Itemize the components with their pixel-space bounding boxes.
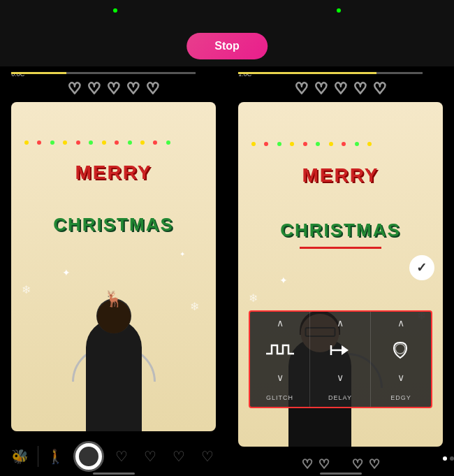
delay-icon	[328, 340, 352, 361]
left-snowflake-2: ❄	[190, 300, 199, 313]
left-heart-ctrl-1: ♡	[110, 445, 133, 468]
left-sparkle: ✦	[62, 267, 71, 278]
left-bee-icon[interactable]: 🐝	[9, 445, 31, 468]
right-bottom-heart-1: ♡	[302, 456, 313, 472]
right-edgy-label: EDGY	[390, 394, 411, 401]
left-sparkle-2: ✦	[180, 250, 185, 258]
right-dots-indicator	[443, 456, 454, 461]
left-progress-fill	[11, 72, 66, 74]
green-dot-right	[337, 8, 341, 13]
right-bottom-heart-3: ♡	[352, 456, 363, 472]
left-capture-inner	[78, 445, 100, 468]
right-delay-down-arrow[interactable]: ∨	[337, 372, 344, 383]
right-dot-2	[450, 456, 454, 461]
left-heart-3: ♡	[107, 80, 121, 98]
right-banner-lights	[249, 136, 432, 150]
right-edgy-down-arrow[interactable]: ∨	[397, 372, 404, 383]
right-bottom-heart-2: ♡	[318, 456, 330, 472]
left-heart-ctrl-4: ♡	[196, 445, 219, 468]
green-dot-left	[113, 8, 117, 13]
right-delay-label: DELAY	[328, 394, 352, 401]
right-xmas-background: MERRY CHRISTMAS ❄ ❄	[238, 102, 443, 447]
left-heart-5: ♡	[146, 80, 160, 98]
right-effect-delay-col: ∧ ∨ DELAY	[310, 312, 370, 407]
left-heart-ctrl-3: ♡	[168, 445, 190, 468]
left-progress-track	[11, 72, 195, 74]
left-heart-4: ♡	[126, 80, 140, 98]
right-heart-2: ♡	[314, 80, 328, 98]
right-dot-1	[443, 456, 447, 461]
right-hearts-top: ♡ ♡ ♡ ♡ ♡	[295, 80, 387, 98]
right-edgy-up-arrow[interactable]: ∧	[397, 317, 404, 329]
right-heart-3: ♡	[334, 80, 348, 98]
divider-1	[38, 446, 38, 467]
left-heart-2: ♡	[87, 80, 101, 98]
stop-button[interactable]: Stop	[186, 33, 268, 59]
right-effect-edgy-col: ∧ ∨ EDGY	[371, 312, 431, 407]
right-merry-text: MERRY	[302, 164, 379, 187]
left-panel: 0:0C ♡ ♡ ♡ ♡ ♡	[0, 66, 227, 476]
left-hearts-top: ♡ ♡ ♡ ♡ ♡	[68, 80, 160, 98]
panels-container: 0:0C ♡ ♡ ♡ ♡ ♡	[0, 66, 454, 476]
left-merry-text: MERRY	[75, 161, 152, 184]
right-heart-4: ♡	[353, 80, 367, 98]
left-banner-lights	[22, 135, 205, 149]
right-hair-band	[300, 247, 381, 249]
left-snowflake-1: ❄	[22, 283, 31, 296]
right-effect-controls: ∧ ∨ GLITCH ∧	[249, 310, 432, 408]
right-snowflake-1: ❄	[249, 291, 258, 305]
left-home-bar	[93, 473, 135, 475]
left-bottom-controls: 🐝 🚶 ♡ ♡ ♡ ♡	[0, 437, 227, 476]
right-sparkle: ✦	[279, 275, 288, 286]
right-panel: 1:0C ♡ ♡ ♡ ♡ ♡	[227, 66, 454, 476]
left-christmas-text: CHRISTMAS	[53, 214, 174, 236]
right-heart-1: ♡	[295, 80, 309, 98]
left-xmas-background: MERRY CHRISTMAS ❄ ❄ 🦌 ✦ ✦	[11, 102, 216, 431]
right-camera-area: MERRY CHRISTMAS ❄ ❄	[238, 102, 443, 447]
stop-button-container: Stop	[186, 33, 268, 59]
right-home-bar	[320, 473, 362, 475]
edgy-icon	[388, 340, 413, 361]
right-progress-fill	[238, 72, 376, 74]
right-effect-glitch-col: ∧ ∨ GLITCH	[250, 312, 310, 407]
right-glitch-label: GLITCH	[266, 394, 293, 401]
left-heart-1: ♡	[68, 80, 82, 98]
left-camera-area: MERRY CHRISTMAS ❄ ❄ 🦌 ✦ ✦	[11, 102, 216, 431]
right-bottom-heart-4: ♡	[369, 456, 380, 472]
svg-marker-1	[342, 345, 349, 355]
right-heart-5: ♡	[373, 80, 387, 98]
right-progress-track	[238, 72, 422, 74]
left-capture-button[interactable]	[73, 441, 104, 472]
right-checkmark[interactable]	[409, 255, 434, 280]
left-walk-icon[interactable]: 🚶	[45, 445, 67, 468]
glitch-icon	[266, 340, 294, 361]
right-glitch-down-arrow[interactable]: ∨	[277, 372, 284, 383]
right-delay-up-arrow[interactable]: ∧	[337, 317, 344, 329]
left-antlers: 🦌	[104, 290, 123, 308]
right-christmas-text: CHRISTMAS	[280, 219, 401, 241]
left-heart-ctrl-2: ♡	[139, 445, 161, 468]
left-person: 🦌	[86, 319, 142, 431]
right-glitch-up-arrow[interactable]: ∧	[277, 317, 284, 329]
